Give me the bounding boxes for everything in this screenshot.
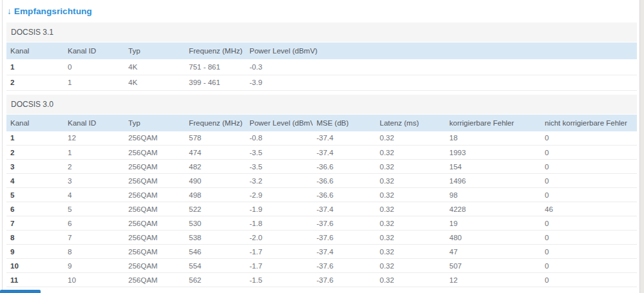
- downstream-section-link[interactable]: ↓Empfangsrichtung: [7, 6, 92, 17]
- downstream-panel: ↓Empfangsrichtung DOCSIS 3.1 KanalKanal …: [0, 0, 644, 287]
- table-row: 87256QAM538-2.0-37.60.324800: [6, 231, 637, 245]
- cell: 0.32: [376, 202, 445, 216]
- cell: 256QAM: [124, 202, 185, 216]
- column-header: Kanal: [6, 115, 64, 131]
- cell: -37.6: [313, 216, 376, 231]
- cell: 5: [6, 188, 64, 202]
- cell: 482: [185, 160, 246, 174]
- cell: 0.32: [376, 216, 445, 231]
- cell: 256QAM: [124, 174, 185, 188]
- cell: -1.7: [246, 245, 313, 259]
- cell: 751 - 861: [185, 59, 246, 75]
- cell: 1: [6, 131, 64, 146]
- cell: 7: [6, 216, 64, 231]
- cell: -3.5: [246, 160, 313, 174]
- table-row: 1110256QAM562-1.5-37.60.32120: [6, 273, 637, 287]
- cell: 538: [185, 231, 246, 245]
- cell: 7: [64, 231, 124, 245]
- cell: -3.9: [246, 75, 637, 90]
- cell: 3: [6, 160, 64, 174]
- cell: 507: [445, 259, 541, 273]
- cell: -1.9: [246, 202, 313, 216]
- table-row: 112256QAM578-0.8-37.40.32180: [6, 131, 637, 146]
- cell: 1: [6, 59, 64, 75]
- cell: 530: [185, 216, 246, 231]
- cell: 3: [64, 174, 124, 188]
- cell: 256QAM: [124, 231, 185, 245]
- cell: 0: [541, 259, 637, 273]
- cell: 18: [445, 131, 541, 146]
- cell: -3.2: [246, 174, 313, 188]
- cell: 0.32: [376, 188, 445, 202]
- cell: 9: [64, 259, 124, 273]
- column-header: Frequenz (MHz): [185, 115, 246, 131]
- cell: -37.4: [313, 131, 376, 146]
- cell: 256QAM: [124, 273, 185, 287]
- cell: -3.5: [246, 146, 313, 160]
- cell: 562: [185, 273, 246, 287]
- table-row: 214K399 - 461-3.9: [6, 75, 637, 90]
- cell: 0: [541, 216, 637, 231]
- partial-blue-button[interactable]: [0, 290, 41, 293]
- cell: 256QAM: [124, 245, 185, 259]
- cell: -37.6: [313, 231, 376, 245]
- cell: 1993: [445, 146, 541, 160]
- header-row: KanalKanal IDTypFrequenz (MHz)Power Leve…: [6, 115, 637, 131]
- column-header: Kanal ID: [64, 115, 124, 131]
- cell: 498: [185, 188, 246, 202]
- cell: 1: [64, 75, 124, 90]
- cell: 578: [185, 131, 246, 146]
- cell: 474: [185, 146, 246, 160]
- cell: 1: [64, 146, 124, 160]
- page-left-border: [2, 0, 3, 293]
- cell: 0.32: [376, 245, 445, 259]
- cell: 256QAM: [124, 131, 185, 146]
- cell: 0.32: [376, 131, 445, 146]
- cell: 0.32: [376, 174, 445, 188]
- cell: 2: [6, 75, 64, 90]
- table-row: 54256QAM498-2.9-36.60.32980: [6, 188, 637, 202]
- cell: -0.8: [246, 131, 313, 146]
- cell: 256QAM: [124, 146, 185, 160]
- cell: 47: [445, 245, 541, 259]
- column-header: korrigierbare Fehler: [445, 115, 541, 131]
- cell: 256QAM: [124, 259, 185, 273]
- docsis30-group-header: DOCSIS 3.0: [6, 95, 637, 114]
- cell: -2.9: [246, 188, 313, 202]
- cell: -36.6: [313, 188, 376, 202]
- docsis31-group-header: DOCSIS 3.1: [6, 23, 637, 42]
- cell: -37.4: [313, 245, 376, 259]
- docsis30-table: KanalKanal IDTypFrequenz (MHz)Power Leve…: [6, 115, 637, 288]
- cell: -36.6: [313, 174, 376, 188]
- table-row: 65256QAM522-1.9-37.40.32422846: [6, 202, 637, 216]
- cell: 480: [445, 231, 541, 245]
- column-header: Power Level (dBmV): [246, 115, 313, 131]
- cell: 2: [64, 160, 124, 174]
- cell: -0.3: [246, 59, 637, 75]
- cell: 0: [541, 231, 637, 245]
- cell: 11: [6, 273, 64, 287]
- cell: 0: [541, 146, 637, 160]
- downstream-link-label: Empfangsrichtung: [14, 6, 92, 16]
- cell: 546: [185, 245, 246, 259]
- cell: 4: [64, 188, 124, 202]
- cell: 10: [64, 273, 124, 287]
- column-header: Latenz (ms): [376, 115, 445, 131]
- cell: 12: [445, 273, 541, 287]
- column-header: Frequenz (MHz): [185, 43, 246, 59]
- cell: 4K: [124, 59, 185, 75]
- docsis31-table: KanalKanal IDTypFrequenz (MHz)Power Leve…: [6, 43, 637, 91]
- table-row: 98256QAM546-1.7-37.40.32470: [6, 245, 637, 259]
- cell: 0: [541, 131, 637, 146]
- cell: 256QAM: [124, 160, 185, 174]
- cell: -36.6: [313, 160, 376, 174]
- cell: -2.0: [246, 231, 313, 245]
- cell: 554: [185, 259, 246, 273]
- cell: -1.8: [246, 216, 313, 231]
- column-header: Kanal ID: [64, 43, 124, 59]
- cell: -37.6: [313, 273, 376, 287]
- cell: 4228: [445, 202, 541, 216]
- cell: 10: [6, 259, 64, 273]
- vertical-scrollbar[interactable]: [639, 0, 644, 293]
- cell: 19: [445, 216, 541, 231]
